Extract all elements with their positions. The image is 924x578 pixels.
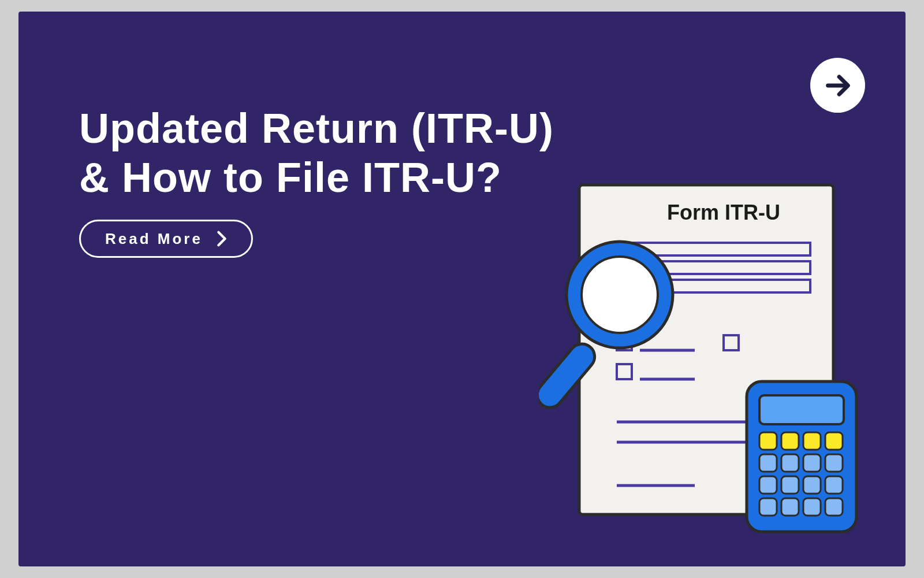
svg-rect-33 [803,498,821,516]
svg-rect-19 [759,432,777,450]
svg-rect-30 [825,476,843,494]
hero-title: Updated Return (ITR-U) & How to File ITR… [79,104,554,202]
arrow-right-icon [823,71,853,101]
svg-rect-29 [803,476,821,494]
svg-rect-22 [825,432,843,450]
svg-rect-31 [759,498,777,516]
svg-point-13 [573,249,666,341]
svg-rect-34 [825,498,843,516]
hero-title-line1: Updated Return (ITR-U) [79,105,554,151]
svg-rect-23 [759,454,777,472]
next-button[interactable] [810,58,865,113]
chevron-right-icon [217,231,227,247]
promo-card: Updated Return (ITR-U) & How to File ITR… [18,12,906,566]
hero-title-line2: & How to File ITR-U? [79,154,502,201]
svg-rect-32 [781,498,799,516]
read-more-label: Read More [105,230,203,248]
svg-rect-21 [803,432,821,450]
svg-rect-27 [759,476,777,494]
form-heading: Form ITR-U [667,201,780,224]
svg-rect-20 [781,432,799,450]
form-illustration: Form ITR-U [539,173,862,543]
svg-rect-25 [803,454,821,472]
svg-rect-26 [825,454,843,472]
read-more-button[interactable]: Read More [79,220,253,258]
calculator-icon [747,381,856,532]
svg-rect-28 [781,476,799,494]
svg-rect-24 [781,454,799,472]
svg-rect-18 [759,395,844,424]
